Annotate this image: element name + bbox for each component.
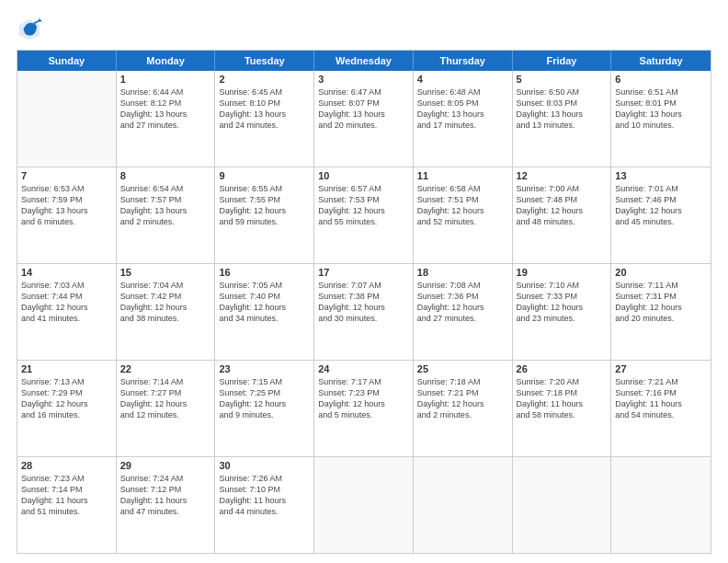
day-info: Sunrise: 7:01 AM Sunset: 7:46 PM Dayligh… [615,183,707,228]
calendar-cell: 8Sunrise: 6:54 AM Sunset: 7:57 PM Daylig… [117,167,216,263]
calendar-cell: 29Sunrise: 7:24 AM Sunset: 7:12 PM Dayli… [117,457,216,553]
day-number: 18 [417,267,508,278]
calendar-header-row: SundayMondayTuesdayWednesdayThursdayFrid… [17,51,711,71]
calendar-cell: 28Sunrise: 7:23 AM Sunset: 7:14 PM Dayli… [17,457,117,553]
day-info: Sunrise: 7:26 AM Sunset: 7:10 PM Dayligh… [219,473,310,518]
logo-icon [17,17,42,42]
header-day-thursday: Thursday [414,51,513,71]
day-number: 10 [318,170,409,181]
calendar-cell: 20Sunrise: 7:11 AM Sunset: 7:31 PM Dayli… [611,264,711,360]
calendar-cell: 13Sunrise: 7:01 AM Sunset: 7:46 PM Dayli… [611,167,711,263]
day-info: Sunrise: 6:53 AM Sunset: 7:59 PM Dayligh… [21,183,112,228]
day-info: Sunrise: 7:08 AM Sunset: 7:36 PM Dayligh… [417,280,508,325]
day-number: 1 [120,74,211,85]
day-number: 30 [219,460,310,471]
calendar-cell: 27Sunrise: 7:21 AM Sunset: 7:16 PM Dayli… [611,361,711,456]
day-info: Sunrise: 7:21 AM Sunset: 7:16 PM Dayligh… [615,376,707,421]
calendar-week-2: 7Sunrise: 6:53 AM Sunset: 7:59 PM Daylig… [17,167,711,264]
calendar-cell: 30Sunrise: 7:26 AM Sunset: 7:10 PM Dayli… [215,457,314,553]
day-info: Sunrise: 7:23 AM Sunset: 7:14 PM Dayligh… [21,473,112,518]
day-info: Sunrise: 7:13 AM Sunset: 7:29 PM Dayligh… [21,376,112,421]
day-info: Sunrise: 7:20 AM Sunset: 7:18 PM Dayligh… [517,376,608,421]
calendar-cell: 2Sunrise: 6:45 AM Sunset: 8:10 PM Daylig… [215,71,314,167]
calendar-cell: 24Sunrise: 7:17 AM Sunset: 7:23 PM Dayli… [314,361,414,456]
calendar-cell: 10Sunrise: 6:57 AM Sunset: 7:53 PM Dayli… [314,167,414,263]
day-number: 27 [615,363,707,374]
day-number: 6 [615,74,707,85]
day-info: Sunrise: 7:17 AM Sunset: 7:23 PM Dayligh… [318,376,409,421]
calendar-cell: 6Sunrise: 6:51 AM Sunset: 8:01 PM Daylig… [611,71,711,167]
svg-marker-1 [39,18,42,22]
day-number: 2 [219,74,310,85]
header-day-tuesday: Tuesday [215,51,314,71]
day-info: Sunrise: 7:24 AM Sunset: 7:12 PM Dayligh… [120,473,211,518]
calendar-cell: 11Sunrise: 6:58 AM Sunset: 7:51 PM Dayli… [414,167,513,263]
day-number: 28 [21,460,112,471]
day-number: 19 [517,267,608,278]
day-number: 22 [120,363,211,374]
day-info: Sunrise: 7:04 AM Sunset: 7:42 PM Dayligh… [120,280,211,325]
day-info: Sunrise: 6:48 AM Sunset: 8:05 PM Dayligh… [417,86,508,132]
day-number: 8 [120,170,211,181]
day-info: Sunrise: 6:57 AM Sunset: 7:53 PM Dayligh… [318,183,409,228]
calendar-cell: 5Sunrise: 6:50 AM Sunset: 8:03 PM Daylig… [513,71,612,167]
day-number: 29 [120,460,211,471]
calendar-cell [314,457,414,553]
calendar-week-4: 21Sunrise: 7:13 AM Sunset: 7:29 PM Dayli… [17,361,711,457]
logo [17,17,46,42]
day-number: 20 [615,267,707,278]
calendar-cell: 17Sunrise: 7:07 AM Sunset: 7:38 PM Dayli… [314,264,414,360]
calendar-cell [611,457,711,553]
day-number: 5 [517,74,608,85]
day-number: 25 [417,363,508,374]
header [17,17,711,42]
calendar-cell: 16Sunrise: 7:05 AM Sunset: 7:40 PM Dayli… [215,264,314,360]
calendar-cell: 19Sunrise: 7:10 AM Sunset: 7:33 PM Dayli… [513,264,612,360]
calendar-cell: 23Sunrise: 7:15 AM Sunset: 7:25 PM Dayli… [215,361,314,456]
header-day-friday: Friday [513,51,612,71]
calendar-cell: 3Sunrise: 6:47 AM Sunset: 8:07 PM Daylig… [314,71,414,167]
calendar-cell: 12Sunrise: 7:00 AM Sunset: 7:48 PM Dayli… [513,167,612,263]
day-number: 23 [219,363,310,374]
calendar-cell: 14Sunrise: 7:03 AM Sunset: 7:44 PM Dayli… [17,264,117,360]
day-info: Sunrise: 6:50 AM Sunset: 8:03 PM Dayligh… [517,86,608,132]
day-info: Sunrise: 7:14 AM Sunset: 7:27 PM Dayligh… [120,376,211,421]
calendar-cell [17,71,117,167]
header-day-sunday: Sunday [17,51,117,71]
day-number: 7 [21,170,112,181]
day-number: 13 [615,170,707,181]
calendar-week-5: 28Sunrise: 7:23 AM Sunset: 7:14 PM Dayli… [17,457,711,553]
calendar-cell: 9Sunrise: 6:55 AM Sunset: 7:55 PM Daylig… [215,167,314,263]
day-info: Sunrise: 7:15 AM Sunset: 7:25 PM Dayligh… [219,376,310,421]
day-number: 12 [517,170,608,181]
day-info: Sunrise: 6:58 AM Sunset: 7:51 PM Dayligh… [417,183,508,228]
header-day-monday: Monday [117,51,216,71]
calendar-cell: 7Sunrise: 6:53 AM Sunset: 7:59 PM Daylig… [17,167,117,263]
day-number: 15 [120,267,211,278]
day-info: Sunrise: 7:10 AM Sunset: 7:33 PM Dayligh… [517,280,608,325]
header-day-saturday: Saturday [611,51,711,71]
day-info: Sunrise: 6:47 AM Sunset: 8:07 PM Dayligh… [318,86,409,132]
day-number: 21 [21,363,112,374]
day-info: Sunrise: 6:45 AM Sunset: 8:10 PM Dayligh… [219,86,310,132]
day-number: 11 [417,170,508,181]
day-info: Sunrise: 6:51 AM Sunset: 8:01 PM Dayligh… [615,86,707,132]
day-info: Sunrise: 7:18 AM Sunset: 7:21 PM Dayligh… [417,376,508,421]
day-info: Sunrise: 6:44 AM Sunset: 8:12 PM Dayligh… [120,86,211,132]
calendar-cell: 21Sunrise: 7:13 AM Sunset: 7:29 PM Dayli… [17,361,117,456]
calendar-cell [414,457,513,553]
day-number: 16 [219,267,310,278]
calendar-cell: 15Sunrise: 7:04 AM Sunset: 7:42 PM Dayli… [117,264,216,360]
day-info: Sunrise: 7:05 AM Sunset: 7:40 PM Dayligh… [219,280,310,325]
day-info: Sunrise: 7:07 AM Sunset: 7:38 PM Dayligh… [318,280,409,325]
calendar: SundayMondayTuesdayWednesdayThursdayFrid… [17,50,711,554]
calendar-cell: 26Sunrise: 7:20 AM Sunset: 7:18 PM Dayli… [513,361,612,456]
calendar-cell: 4Sunrise: 6:48 AM Sunset: 8:05 PM Daylig… [414,71,513,167]
day-number: 24 [318,363,409,374]
day-number: 26 [517,363,608,374]
calendar-cell [513,457,612,553]
day-info: Sunrise: 6:55 AM Sunset: 7:55 PM Dayligh… [219,183,310,228]
day-number: 4 [417,74,508,85]
calendar-cell: 18Sunrise: 7:08 AM Sunset: 7:36 PM Dayli… [414,264,513,360]
header-day-wednesday: Wednesday [314,51,414,71]
